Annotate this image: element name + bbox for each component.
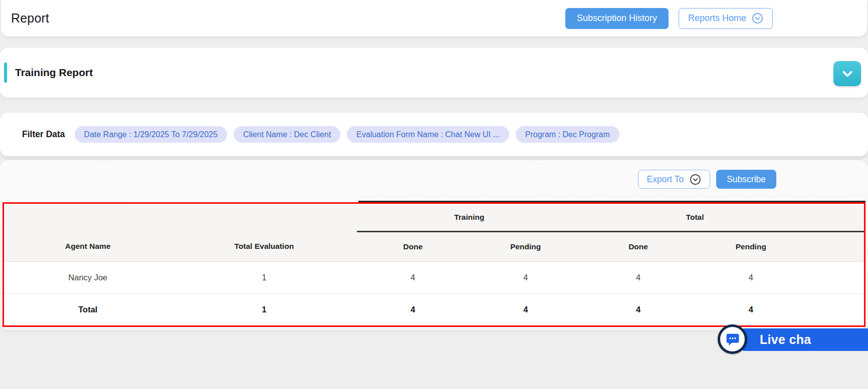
column-header: Pending [469, 231, 582, 261]
page-header: Report Subscription History Reports Home [1, 0, 867, 37]
filter-pill[interactable]: Client Name : Dec Client [234, 126, 340, 143]
table-cell: 4 [357, 293, 470, 325]
chevron-down-circle-icon [752, 13, 763, 24]
reports-home-button[interactable]: Reports Home [679, 8, 773, 29]
group-header-top-border [358, 201, 865, 202]
training-report-card: Training Report [0, 48, 868, 98]
table-cell: Nancy Joe [4, 261, 172, 293]
filter-pills: Date Range : 1/29/2025 To 7/29/2025Clien… [75, 126, 619, 143]
training-report-table: Training Total Agent NameTotal Evaluatio… [3, 202, 865, 327]
column-header: Agent Name [4, 231, 172, 261]
filter-pill[interactable]: Date Range : 1/29/2025 To 7/29/2025 [75, 126, 228, 143]
export-to-button[interactable]: Export To [638, 170, 711, 189]
table-cell: 4 [695, 293, 807, 325]
collapse-toggle-button[interactable] [833, 61, 861, 86]
chat-bubble-icon [725, 331, 741, 347]
group-header-row: Training Total [4, 204, 864, 231]
export-to-label: Export To [647, 174, 684, 185]
table-cell: 1 [172, 261, 357, 293]
column-header: Done [582, 231, 695, 261]
table-cell-spacer [807, 293, 864, 325]
table-total-row: Total14444 [4, 293, 864, 325]
column-header: Pending [695, 231, 807, 261]
table-cell: 4 [357, 261, 470, 293]
subscription-history-button[interactable]: Subscription History [565, 8, 669, 29]
filter-pill[interactable]: Program : Dec Program [516, 126, 619, 143]
chevron-down-circle-icon [690, 174, 701, 185]
column-header-row: Agent NameTotal EvaluationDonePendingDon… [4, 231, 864, 261]
live-chat-bubble-icon[interactable] [718, 324, 747, 354]
page-title: Report [11, 11, 49, 26]
table-cell: 4 [469, 261, 582, 293]
column-header: Done [357, 231, 470, 261]
section-title: Training Report [15, 67, 93, 79]
chevron-down-icon [841, 67, 854, 80]
subscribe-button[interactable]: Subscribe [716, 170, 776, 189]
reports-home-label: Reports Home [688, 13, 746, 24]
table-cell: 4 [582, 293, 695, 325]
accent-bar [4, 63, 7, 83]
table-cell-spacer [807, 261, 864, 293]
filter-data-label: Filter Data [22, 129, 65, 140]
table-cell: 4 [582, 261, 695, 293]
table-cell: Total [4, 293, 172, 325]
column-header: Total Evaluation [172, 231, 357, 261]
filter-card: Filter Data Date Range : 1/29/2025 To 7/… [0, 113, 868, 156]
table-cell: 4 [695, 261, 807, 293]
table-cell: 4 [469, 293, 582, 325]
live-chat-label[interactable]: Live cha [741, 328, 868, 351]
table-row: Nancy Joe14444 [4, 261, 864, 293]
table-cell: 1 [172, 293, 357, 325]
live-chat-widget[interactable]: Live cha [718, 324, 868, 354]
column-header-spacer [807, 231, 864, 261]
group-header-spacer [4, 204, 357, 231]
report-content-card: Export To Subscribe Training Total [0, 160, 868, 330]
report-toolbar: Export To Subscribe [638, 170, 776, 189]
filter-pill[interactable]: Evaluation Form Name : Chat New UI ... [347, 126, 509, 143]
header-actions: Subscription History Reports Home [565, 8, 773, 29]
group-header-total: Total [582, 204, 864, 231]
group-header-training: Training [357, 204, 582, 231]
